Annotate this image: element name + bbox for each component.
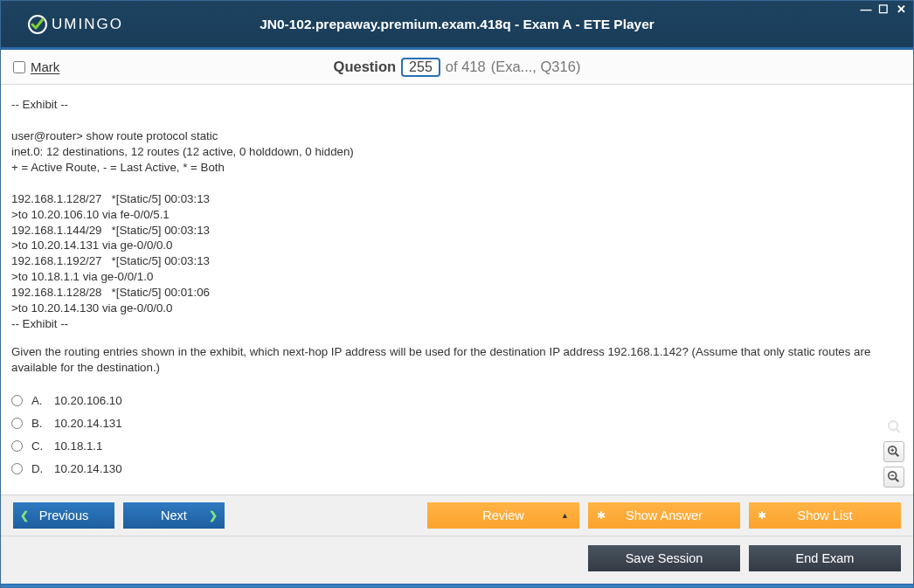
- answer-text: 10.20.14.131: [54, 416, 122, 432]
- zoom-in-button[interactable]: [883, 441, 904, 462]
- answer-letter: C.: [31, 439, 45, 454]
- star-icon: ✱: [597, 509, 606, 522]
- next-label: Next: [161, 508, 187, 522]
- answer-option[interactable]: C.10.18.1.1: [11, 435, 903, 458]
- question-text: Given the routing entries shown in the e…: [11, 344, 903, 376]
- chevron-right-icon: ❯: [209, 509, 218, 522]
- answer-text: 10.20.106.10: [54, 393, 122, 409]
- answer-text: 10.20.14.130: [54, 461, 122, 477]
- review-label: Review: [482, 508, 524, 522]
- svg-line-4: [896, 453, 899, 457]
- logo-checkmark-icon: [27, 14, 48, 35]
- end-exam-label: End Exam: [796, 551, 855, 565]
- question-content: -- Exhibit -- user@router> show route pr…: [1, 85, 913, 495]
- question-info-bar: Mark Question 255 of 418 (Exa..., Q316): [1, 50, 913, 85]
- window-title: JN0-102.prepaway.premium.exam.418q - Exa…: [1, 17, 913, 32]
- logo-text: UMINGO: [52, 16, 123, 33]
- maximize-button[interactable]: ☐: [876, 3, 890, 15]
- question-word: Question: [334, 59, 397, 75]
- save-session-label: Save Session: [626, 551, 703, 565]
- answer-radio[interactable]: [11, 395, 23, 406]
- answer-option[interactable]: B.10.20.14.131: [11, 412, 903, 435]
- exam-button-row: Save Session End Exam: [1, 536, 913, 584]
- show-answer-button[interactable]: ✱ Show Answer: [588, 502, 740, 529]
- svg-line-8: [896, 479, 899, 482]
- list-icon: ✱: [758, 509, 766, 522]
- previous-label: Previous: [39, 508, 88, 522]
- show-list-label: Show List: [798, 508, 853, 522]
- app-logo: UMINGO: [27, 14, 123, 35]
- nav-button-row: ❮ Previous Next ❯ Review ▲ ✱ Show Answer…: [1, 495, 913, 536]
- show-answer-label: Show Answer: [626, 508, 703, 522]
- end-exam-button[interactable]: End Exam: [749, 545, 901, 571]
- answer-radio[interactable]: [11, 440, 23, 452]
- window-controls: — ☐ ✕: [859, 3, 908, 15]
- answer-option[interactable]: D.10.20.14.130: [11, 458, 903, 481]
- answer-letter: D.: [31, 461, 45, 477]
- previous-button[interactable]: ❮ Previous: [13, 502, 114, 529]
- title-bar: UMINGO JN0-102.prepaway.premium.exam.418…: [1, 1, 913, 50]
- question-meta: (Exa..., Q316): [491, 59, 581, 75]
- zoom-reset-icon: [883, 416, 904, 437]
- footer-accent-bar: [1, 584, 913, 587]
- svg-point-1: [889, 421, 897, 430]
- question-current-number[interactable]: 255: [401, 58, 440, 77]
- question-total: of 418: [446, 59, 486, 75]
- answer-radio[interactable]: [11, 418, 23, 429]
- review-button[interactable]: Review ▲: [427, 502, 579, 529]
- zoom-controls: [883, 416, 904, 488]
- caret-up-icon: ▲: [561, 511, 569, 520]
- show-list-button[interactable]: ✱ Show List: [749, 502, 901, 529]
- answer-letter: A.: [31, 393, 45, 409]
- minimize-button[interactable]: —: [859, 3, 873, 15]
- zoom-out-button[interactable]: [883, 467, 904, 488]
- answer-letter: B.: [31, 416, 45, 432]
- answer-text: 10.18.1.1: [54, 439, 102, 454]
- svg-line-2: [897, 429, 900, 432]
- close-button[interactable]: ✕: [894, 3, 908, 15]
- save-session-button[interactable]: Save Session: [588, 545, 740, 571]
- next-button[interactable]: Next ❯: [123, 502, 225, 529]
- answers-list: A.10.20.106.10B.10.20.14.131C.10.18.1.1D…: [11, 390, 903, 481]
- footer: ❮ Previous Next ❯ Review ▲ ✱ Show Answer…: [1, 495, 913, 587]
- answer-radio[interactable]: [11, 463, 23, 474]
- question-counter: Question 255 of 418 (Exa..., Q316): [1, 58, 913, 77]
- answer-option[interactable]: A.10.20.106.10: [11, 390, 903, 412]
- exhibit-text: -- Exhibit -- user@router> show route pr…: [11, 97, 903, 332]
- chevron-left-icon: ❮: [20, 509, 29, 522]
